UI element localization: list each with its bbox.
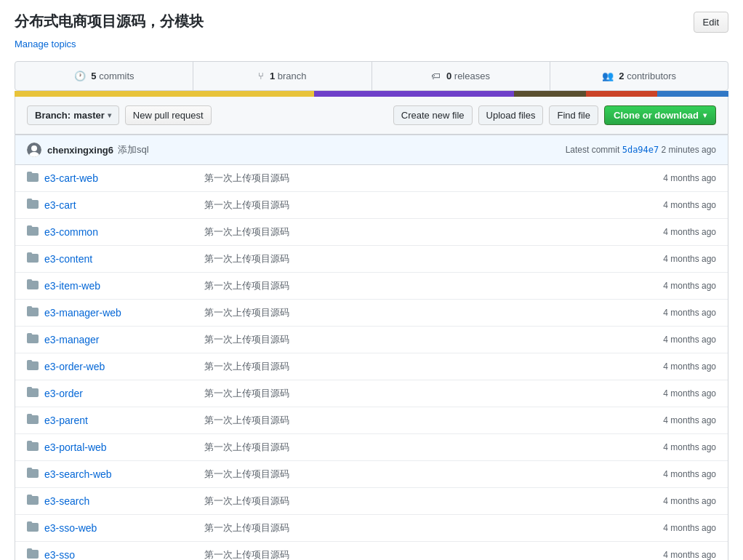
file-time: 4 months ago [663, 361, 716, 372]
file-time: 4 months ago [663, 550, 716, 560]
branch-label: Branch: [35, 110, 71, 121]
file-name-link[interactable]: e3-cart [44, 199, 204, 211]
table-row: e3-order 第一次上传项目源码 4 months ago [15, 380, 728, 407]
file-time: 4 months ago [663, 415, 716, 425]
table-row: e3-item-web 第一次上传项目源码 4 months ago [15, 273, 728, 300]
branch-selector[interactable]: Branch: master ▾ [27, 105, 119, 125]
releases-stat[interactable]: 🏷 0 releases [372, 62, 550, 90]
folder-icon [27, 494, 39, 508]
table-row: e3-sso 第一次上传项目源码 4 months ago [15, 542, 728, 560]
contributors-stat[interactable]: 👥 2 contributors [550, 62, 728, 90]
file-name-link[interactable]: e3-manager [44, 334, 204, 345]
commits-label: commits [99, 71, 134, 81]
file-name-link[interactable]: e3-cart-web [44, 172, 204, 184]
latest-commit-info: Latest commit 5da94e7 2 minutes ago [566, 145, 716, 155]
commit-time: 2 minutes ago [662, 145, 716, 155]
table-row: e3-order-web 第一次上传项目源码 4 months ago [15, 353, 728, 380]
file-commit-message: 第一次上传项目源码 [204, 548, 663, 560]
file-time: 4 months ago [663, 308, 716, 318]
file-table: chenxingxing6 添加sql Latest commit 5da94e… [15, 135, 728, 560]
create-new-file-button[interactable]: Create new file [393, 105, 473, 125]
table-row: e3-portal-web 第一次上传项目源码 4 months ago [15, 434, 728, 461]
file-time: 4 months ago [663, 227, 716, 237]
upload-files-button[interactable]: Upload files [478, 105, 544, 125]
file-time: 4 months ago [663, 335, 716, 345]
branch-icon: ⑂ [258, 71, 264, 81]
file-name-link[interactable]: e3-order-web [44, 361, 204, 372]
find-file-button[interactable]: Find file [549, 105, 598, 125]
repo-title: 分布式电商项目源码，分模块 [15, 12, 204, 31]
file-time: 4 months ago [663, 173, 716, 183]
file-name-link[interactable]: e3-portal-web [44, 441, 204, 453]
language-bar [15, 91, 728, 97]
file-commit-message: 第一次上传项目源码 [204, 360, 663, 373]
commits-stat[interactable]: 🕐 5 commits [15, 62, 193, 90]
edit-button[interactable]: Edit [694, 12, 728, 33]
file-commit-message: 第一次上传项目源码 [204, 387, 663, 400]
toolbar-right: Create new file Upload files Find file C… [393, 105, 716, 125]
table-row: e3-sso-web 第一次上传项目源码 4 months ago [15, 515, 728, 542]
file-name-link[interactable]: e3-manager-web [44, 307, 204, 319]
table-row: e3-common 第一次上传项目源码 4 months ago [15, 219, 728, 246]
file-commit-message: 第一次上传项目源码 [204, 441, 663, 454]
table-row: e3-cart 第一次上传项目源码 4 months ago [15, 192, 728, 219]
contributors-label: contributors [627, 71, 676, 81]
latest-label: Latest commit [566, 145, 620, 155]
contributors-count: 2 [619, 71, 624, 81]
table-row: e3-cart-web 第一次上传项目源码 4 months ago [15, 165, 728, 192]
file-name-link[interactable]: e3-sso-web [44, 522, 204, 534]
file-commit-message: 第一次上传项目源码 [204, 252, 663, 265]
commit-header: chenxingxing6 添加sql Latest commit 5da94e… [15, 135, 728, 165]
stats-bar: 🕐 5 commits ⑂ 1 branch 🏷 0 releases 👥 2 … [15, 61, 728, 91]
file-time: 4 months ago [663, 388, 716, 399]
file-time: 4 months ago [663, 523, 716, 533]
file-name-link[interactable]: e3-common [44, 226, 204, 238]
folder-icon [27, 521, 39, 535]
file-name-link[interactable]: e3-content [44, 253, 204, 265]
file-commit-message: 第一次上传项目源码 [204, 468, 663, 481]
file-time: 4 months ago [663, 442, 716, 452]
file-time: 4 months ago [663, 281, 716, 291]
folder-icon [27, 279, 39, 293]
clone-or-download-button[interactable]: Clone or download ▾ [604, 105, 716, 125]
file-time: 4 months ago [663, 254, 716, 264]
table-row: e3-content 第一次上传项目源码 4 months ago [15, 246, 728, 273]
lang-segment-2 [314, 91, 514, 97]
branch-stat[interactable]: ⑂ 1 branch [193, 62, 372, 90]
manage-topics-link[interactable]: Manage topics [15, 39, 728, 49]
file-commit-message: 第一次上传项目源码 [204, 172, 663, 185]
table-row: e3-search-web 第一次上传项目源码 4 months ago [15, 461, 728, 488]
file-name-link[interactable]: e3-item-web [44, 280, 204, 292]
file-time: 4 months ago [663, 469, 716, 479]
folder-icon [27, 225, 39, 239]
file-commit-message: 第一次上传项目源码 [204, 199, 663, 212]
file-commit-message: 第一次上传项目源码 [204, 225, 663, 239]
commit-author: chenxingxing6 [47, 145, 113, 156]
folder-icon [27, 548, 39, 560]
folder-icon [27, 252, 39, 266]
branch-name: master [73, 110, 105, 121]
folder-icon [27, 413, 39, 428]
file-name-link[interactable]: e3-search-web [44, 468, 204, 480]
releases-count: 0 [446, 71, 451, 81]
file-commit-message: 第一次上传项目源码 [204, 333, 663, 346]
folder-icon [27, 386, 39, 401]
folder-icon [27, 305, 39, 320]
folder-icon [27, 467, 39, 481]
commit-sha[interactable]: 5da94e7 [622, 145, 659, 155]
lang-segment-3 [514, 91, 585, 97]
folder-icon [27, 171, 39, 185]
table-row: e3-parent 第一次上传项目源码 4 months ago [15, 407, 728, 434]
table-row: e3-manager-web 第一次上传项目源码 4 months ago [15, 300, 728, 327]
folder-icon [27, 440, 39, 455]
new-pull-request-button[interactable]: New pull request [125, 105, 212, 125]
folder-icon [27, 332, 39, 347]
file-commit-message: 第一次上传项目源码 [204, 414, 663, 427]
file-time: 4 months ago [663, 496, 716, 506]
file-name-link[interactable]: e3-sso [44, 549, 204, 560]
lang-segment-5 [657, 91, 728, 97]
file-name-link[interactable]: e3-search [44, 495, 204, 507]
file-name-link[interactable]: e3-parent [44, 415, 204, 426]
chevron-down-icon: ▾ [108, 111, 111, 119]
file-name-link[interactable]: e3-order [44, 388, 204, 399]
